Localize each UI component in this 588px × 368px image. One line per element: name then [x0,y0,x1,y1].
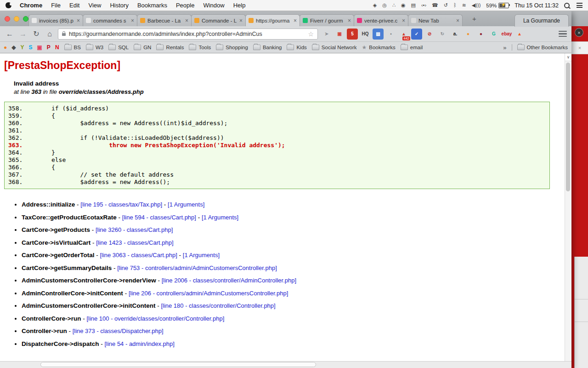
source-link[interactable]: [line 206 - controllers/admin/AdminCusto… [129,290,288,297]
browser-tab[interactable]: commandes s× [83,14,137,26]
background-close-icon[interactable]: × [578,45,581,51]
chrome-menu-icon[interactable] [559,31,567,37]
menu-item[interactable]: Window [203,2,224,9]
source-link[interactable]: [line 373 - classes/Dispatcher.php] [73,328,164,334]
profile-button[interactable]: La Gourmande [514,14,569,27]
source-link[interactable]: [line 180 - classes/controller/Controlle… [161,302,275,309]
menu-item[interactable]: File [51,2,61,9]
new-tab-button[interactable]: + [472,15,476,22]
menu-bar-clock[interactable]: Thu 15 Oct 11:32 [514,2,559,9]
paw-icon[interactable]: ∴ [392,3,396,8]
back-button[interactable]: ← [5,30,15,38]
ebay-extension-icon[interactable]: ebay [501,29,512,40]
browser-tab[interactable]: Commande - L× [191,14,246,26]
arguments-link[interactable]: [1 Arguments] [168,201,204,208]
shield-icon[interactable]: ◎ [382,3,387,8]
flame-extension-icon[interactable]: ▲ [514,29,525,40]
bird-icon[interactable]: ◆ [11,45,16,50]
browser-tab[interactable]: invoices (85).p× [28,14,83,26]
battery-status[interactable]: 59% ⚡ [486,3,509,8]
arguments-link[interactable]: [1 Arguments] [202,214,238,221]
home-button[interactable]: ⌂ [45,30,55,38]
phone-icon[interactable]: ☎ [432,3,438,8]
source-link[interactable]: [line 594 - classes/Cart.php] [122,214,196,221]
bluetooth-icon[interactable]: ᛒ [453,3,457,8]
pinterest-icon[interactable]: P [47,45,51,50]
horizontal-scrollbar-thumb[interactable] [40,362,316,367]
y-icon[interactable]: Y [20,45,24,50]
vertical-scrollbar-thumb[interactable] [566,63,570,191]
bookmark-folder[interactable]: Shopping [216,45,248,50]
browser-tab[interactable]: New Tab× [408,14,463,26]
forward-button[interactable]: → [18,30,28,38]
tab-close-icon[interactable]: × [456,18,459,23]
menu-item[interactable]: History [110,2,128,9]
tab-close-icon[interactable]: × [77,18,80,23]
bookmark-folder-email[interactable]: email [401,45,423,50]
other-bookmarks-folder[interactable]: Other Bookmarks [517,45,568,50]
firefox-icon[interactable]: ● [4,45,7,50]
menu-item[interactable]: Bookmarks [137,2,167,9]
bookmark-star-item[interactable]: ★Bookmarks [362,44,396,51]
browser-tab[interactable]: Fiverr / gourm× [300,14,354,26]
tab-close-icon[interactable]: × [402,18,405,23]
bookmark-folder[interactable]: W3 [86,45,103,50]
notes-extension-icon[interactable]: ▤ [373,29,384,40]
flag-extension-icon[interactable]: ▣ [334,29,345,40]
source-link[interactable]: [line 100 - override/classes/controller/… [86,315,224,322]
browser-tab[interactable]: vente-privee.c× [354,14,408,26]
bookmark-folder[interactable]: Banking [253,45,282,50]
menu-item[interactable]: Edit [69,2,79,9]
menu-item[interactable]: View [88,2,101,9]
key-extension-icon[interactable]: ▪ [385,29,396,40]
tab-close-icon[interactable]: × [348,18,351,23]
apple-menu-icon[interactable] [6,2,11,8]
menu-item[interactable]: Chrome [20,2,42,9]
blocked-extension-icon[interactable]: ⊘ [424,29,435,40]
source-link[interactable]: [line 1423 - classes/Cart.php] [96,239,173,246]
adblock-extension-icon[interactable]: 5 [347,29,358,40]
source-link[interactable]: [line 54 - admin/index.php] [104,340,174,347]
time-machine-icon[interactable]: ↺ [444,3,448,8]
reload-button[interactable]: ↻ [31,30,41,38]
minimize-window-button[interactable] [14,16,19,22]
disc-icon[interactable]: ◉ [401,3,406,8]
horizontal-scrollbar[interactable] [0,361,571,368]
tab-close-icon[interactable]: × [185,18,188,23]
display-icon[interactable]: ▤ [411,3,416,8]
source-link[interactable]: [line 3063 - classes/Cart.php] [100,252,177,259]
bookmark-folder[interactable]: BS [64,45,81,50]
tab-close-icon[interactable]: × [294,18,297,23]
spotlight-search-icon[interactable] [564,3,570,8]
browser-tab[interactable]: Barbecue - La× [137,14,192,26]
keyboard-viewer-icon[interactable]: ‹•› [421,3,426,8]
skype-icon[interactable]: S [29,45,33,50]
bookmark-folder[interactable]: Social Network [312,45,357,50]
address-bar[interactable]: https://gourmandenormande.com/adminlws/i… [58,29,318,40]
honey-extension-icon[interactable]: ● [463,29,474,40]
source-link[interactable]: [line 2006 - classes/controller/AdminCon… [162,277,296,284]
browser-tab[interactable]: https://gourma× [245,14,300,26]
bookmark-folder[interactable]: Rentals [156,45,184,50]
tab-close-icon[interactable]: × [239,18,243,23]
bookmark-folder[interactable]: GN [134,45,151,50]
bookmark-folder[interactable]: SQL [108,45,129,50]
menu-item[interactable]: People [176,2,194,9]
pin-extension-icon[interactable]: ➤ [321,29,332,40]
scroll-chevron-icon[interactable]: ∨ [565,53,571,61]
camera-icon[interactable]: ▣ [37,45,42,50]
bookmark-folder[interactable]: Tools [189,45,211,50]
grammarly-extension-icon[interactable]: G [488,29,499,40]
cloudhq-extension-icon[interactable]: HQ [360,29,371,40]
tab-close-icon[interactable]: × [131,18,134,23]
dropbox-icon[interactable]: ◈ [373,3,377,8]
amazon-extension-icon[interactable]: a. [450,29,461,40]
background-close-circle-icon[interactable]: × [575,28,583,37]
pocket-extension-icon[interactable]: ● [475,29,486,40]
menu-item[interactable]: Help [233,2,246,9]
close-window-button[interactable] [5,16,10,22]
bookmarks-overflow-chevron[interactable]: » [503,44,506,51]
bookmark-star-icon[interactable]: ☆ [308,31,314,37]
alert-extension-icon[interactable]: ▲ 442 [398,29,409,40]
source-link[interactable]: [line 3260 - classes/Cart.php] [96,226,173,233]
